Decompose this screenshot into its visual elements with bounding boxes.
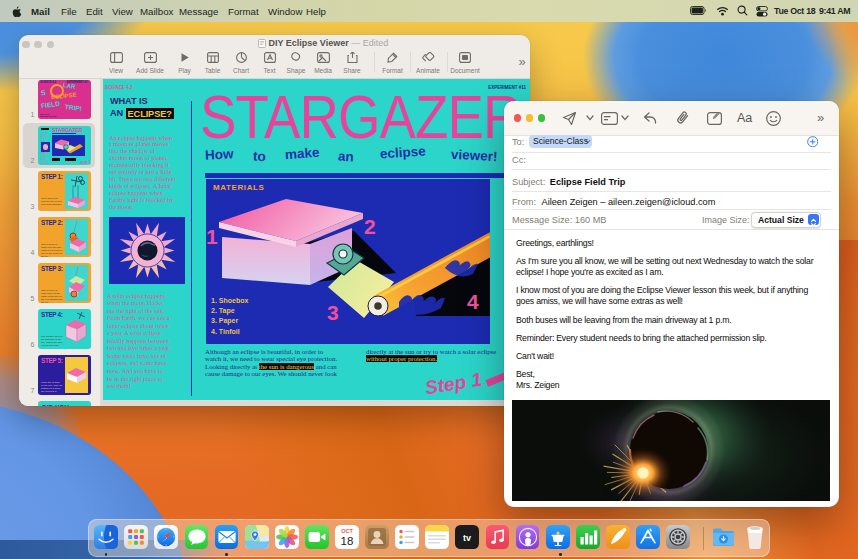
svg-text:18: 18 xyxy=(341,534,354,546)
svg-text:tv: tv xyxy=(463,532,471,542)
svg-text:OCT: OCT xyxy=(341,528,353,534)
